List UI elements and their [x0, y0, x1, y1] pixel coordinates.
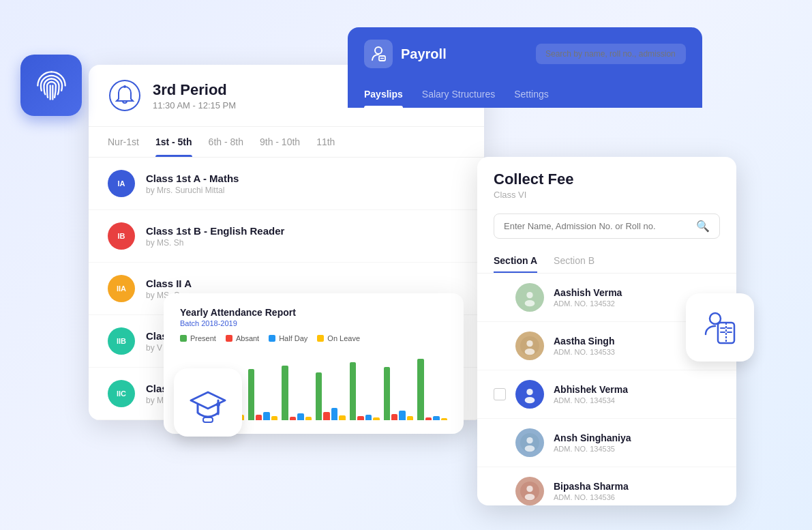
- halfday-bar: [263, 412, 269, 420]
- svg-point-1: [123, 85, 126, 88]
- student-avatar: [515, 428, 544, 457]
- bar-group: [417, 359, 447, 420]
- reader-icon: [696, 304, 744, 351]
- list-item[interactable]: Bipasha Sharma ADM. NO. 134536: [477, 467, 736, 505]
- class-name: Class 1st B - English Reader: [146, 225, 284, 237]
- student-name: Bipasha Sharma: [554, 481, 629, 492]
- svg-point-20: [526, 437, 532, 443]
- present-bar: [350, 362, 356, 420]
- present-bar: [384, 367, 390, 420]
- tab-section-b[interactable]: Section B: [554, 248, 595, 273]
- list-item[interactable]: IA Class 1st A - Maths by Mrs. Suruchi M…: [89, 158, 484, 210]
- svg-point-5: [375, 47, 382, 54]
- svg-point-14: [526, 340, 532, 347]
- student-adm: ADM. NO. 134534: [554, 396, 628, 404]
- svg-point-23: [526, 486, 532, 492]
- absent-bar: [391, 414, 397, 420]
- payroll-card: Payroll Payslips Salary Structures Setti…: [348, 27, 702, 108]
- payroll-search-input[interactable]: [536, 44, 686, 64]
- student-info: Aastha Singh ADM. NO. 134533: [554, 336, 615, 356]
- leave-bar: [441, 418, 447, 420]
- class-teacher: by Mrs. Suruchi Mittal: [146, 186, 239, 195]
- present-bar: [282, 366, 288, 420]
- fee-search-input[interactable]: [504, 221, 691, 231]
- tab-payslips[interactable]: Payslips: [364, 80, 403, 108]
- student-adm: ADM. NO. 134535: [554, 445, 631, 453]
- list-item[interactable]: IB Class 1st B - English Reader by MS. S…: [89, 210, 484, 263]
- absent-dot: [226, 335, 232, 342]
- legend-leave: On Leave: [317, 334, 360, 342]
- payroll-header: Payroll: [348, 27, 702, 80]
- list-item[interactable]: Abhishek Verma ADM. NO. 134534: [477, 370, 736, 419]
- chart-legend: Present Absant Half Day On Leave: [180, 334, 447, 342]
- fingerprint-icon: [33, 67, 70, 104]
- student-avatar: [515, 332, 544, 360]
- student-name: Aastha Singh: [554, 336, 615, 347]
- student-name: Abhishek Verma: [554, 384, 628, 395]
- tab-section-a[interactable]: Section A: [494, 248, 537, 273]
- svg-point-0: [110, 80, 140, 111]
- chart-title: Yearly Attendance Report: [180, 307, 447, 318]
- leave-bar: [407, 416, 413, 420]
- list-item[interactable]: Ansh Singhaniya ADM. NO. 134535: [477, 419, 736, 467]
- halfday-bar: [433, 416, 439, 420]
- leave-bar: [271, 416, 277, 420]
- period-info: 3rd Period 11:30 AM - 12:15 PM: [153, 81, 236, 111]
- halfday-bar: [297, 413, 303, 420]
- bar-group: [248, 369, 278, 420]
- leave-bar: [305, 417, 312, 420]
- legend-present-label: Present: [190, 334, 216, 342]
- leave-bar: [339, 415, 345, 420]
- legend-absent: Absant: [226, 334, 259, 342]
- grade-tabs: Nur-1st 1st - 5th 6th - 8th 9th - 10th 1…: [89, 127, 484, 158]
- avatar-placeholder-icon: [520, 482, 539, 501]
- payroll-icon-wrap: [364, 40, 393, 68]
- svg-point-15: [525, 349, 535, 355]
- student-info: Aashish Verma ADM. NO. 134532: [554, 287, 622, 308]
- fee-search-bar[interactable]: 🔍: [494, 214, 720, 239]
- halfday-bar: [399, 411, 405, 420]
- chart-subtitle: Batch 2018-2019: [180, 319, 447, 327]
- default-avatar-icon: [520, 385, 539, 404]
- class-badge-1a: IA: [108, 170, 135, 197]
- student-avatar: [515, 283, 544, 312]
- bar-group: [350, 362, 380, 420]
- tab-settings[interactable]: Settings: [514, 80, 549, 108]
- tab-nur-1st[interactable]: Nur-1st: [108, 127, 139, 157]
- absent-bar: [357, 416, 363, 420]
- halfday-bar: [365, 415, 372, 420]
- student-adm: ADM. NO. 134536: [554, 493, 629, 501]
- class-badge-2c: IIC: [108, 380, 135, 407]
- legend-halfday: Half Day: [269, 334, 307, 342]
- halfday-bar: [331, 408, 337, 420]
- absent-bar: [290, 417, 296, 420]
- student-info: Abhishek Verma ADM. NO. 134534: [554, 384, 628, 404]
- halfday-dot: [269, 335, 275, 342]
- present-bar: [248, 369, 254, 420]
- leave-bar: [373, 417, 379, 420]
- tab-1st-5th[interactable]: 1st - 5th: [155, 127, 192, 157]
- payroll-tabs: Payslips Salary Structures Settings: [348, 80, 702, 108]
- student-avatar: [515, 477, 544, 505]
- class-badge-1b: IB: [108, 222, 135, 250]
- fee-section-tabs: Section A Section B: [477, 248, 736, 274]
- tab-6th-8th[interactable]: 6th - 8th: [209, 127, 243, 157]
- avatar-placeholder-icon: [520, 336, 539, 355]
- collect-fee-subtitle: Class VI: [494, 190, 720, 200]
- avatar-placeholder-icon: [520, 288, 539, 307]
- student-checkbox[interactable]: [494, 388, 506, 400]
- search-icon: 🔍: [696, 220, 710, 233]
- absent-bar: [323, 412, 329, 420]
- tab-salary-structures[interactable]: Salary Structures: [422, 80, 495, 108]
- legend-absent-label: Absant: [236, 334, 259, 342]
- tab-11th[interactable]: 11th: [316, 127, 335, 157]
- period-title: 3rd Period: [153, 81, 236, 99]
- period-time: 11:30 AM - 12:15 PM: [153, 100, 236, 111]
- bar-group: [384, 367, 414, 420]
- class-name: Class II A: [146, 278, 192, 289]
- tab-9th-10th[interactable]: 9th - 10th: [260, 127, 300, 157]
- svg-point-24: [525, 494, 535, 500]
- bell-icon: [108, 78, 142, 113]
- class-badge-2b: IIB: [108, 327, 135, 355]
- bar-group: [316, 372, 346, 420]
